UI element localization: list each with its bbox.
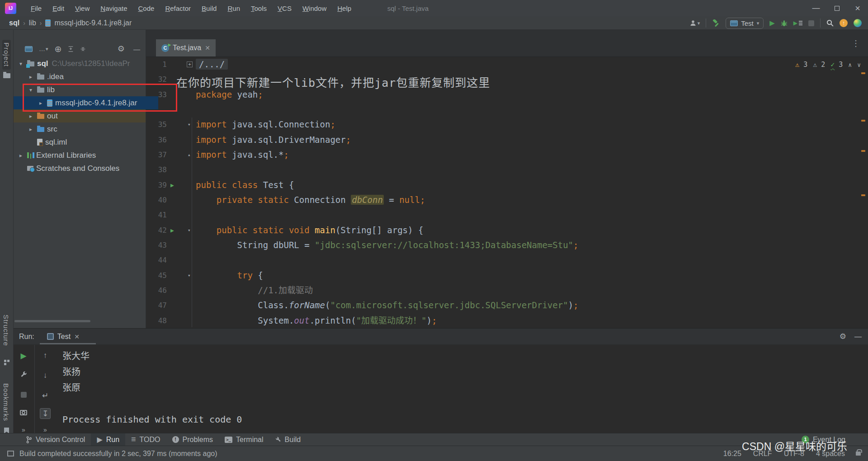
tree-row-out[interactable]: ▸out [14, 109, 146, 122]
chevron-right-icon[interactable]: ▸ [17, 152, 24, 159]
run-line-icon[interactable]: ▶ [170, 223, 174, 238]
chevron-right-icon[interactable]: ▸ [37, 100, 44, 106]
fold-start-icon[interactable]: ▾ [188, 268, 191, 283]
breadcrumb-separator-icon: › [40, 19, 42, 27]
run-with-coverage-button[interactable]: ▶ [793, 20, 802, 26]
project-view-icon[interactable] [25, 46, 33, 52]
ide-window: IJ FileEditViewNavigateCodeRefactorBuild… [0, 0, 868, 461]
menu-file[interactable]: File [26, 5, 46, 12]
stop-button[interactable] [15, 392, 32, 398]
hide-panel-icon[interactable]: — [854, 333, 862, 341]
toolwindow-button-terminal[interactable]: >_Terminal [219, 433, 269, 446]
code-area[interactable]: ⚠ 3 ⚠ 2 ✓ 3 ∧ ∨ 在你的项目下新建一个lib文件，并把jar包重新… [146, 57, 868, 328]
status-item-16-25[interactable]: 16:25 [723, 450, 741, 458]
soft-wrap-icon[interactable]: ↵ [37, 391, 53, 400]
debug-button[interactable] [781, 20, 788, 27]
tree-row-src[interactable]: ▸src [14, 122, 146, 136]
tree-row-external-libraries[interactable]: ▸External Libraries [14, 149, 146, 162]
toolwindow-button-build[interactable]: Build [269, 433, 307, 446]
gear-icon[interactable]: ⚙ [118, 44, 125, 54]
fold-start-icon[interactable]: ▾ [188, 223, 191, 238]
search-everywhere-icon[interactable] [826, 19, 834, 27]
menu-code[interactable]: Code [134, 5, 159, 12]
edit-configuration-icon[interactable] [15, 371, 32, 378]
menu-navigate[interactable]: Navigate [96, 5, 132, 12]
collapse-all-icon[interactable] [80, 46, 86, 52]
horizontal-scrollbar[interactable] [14, 320, 90, 322]
menu-run[interactable]: Run [223, 5, 245, 12]
folder-icon[interactable] [3, 73, 10, 78]
menu-tools[interactable]: Tools [246, 5, 271, 12]
tree-row-scratches-and-consoles[interactable]: Scratches and Consoles [14, 162, 146, 175]
tab-options-icon[interactable]: ⋮ [852, 38, 860, 48]
run-line-icon[interactable]: ▶ [170, 178, 174, 193]
expand-all-icon[interactable] [68, 46, 74, 52]
tree-row-lib[interactable]: ▾lib [14, 83, 146, 96]
chevron-right-icon[interactable]: ▸ [27, 113, 34, 119]
up-stack-trace-icon[interactable]: ↑ [37, 351, 53, 360]
hide-panel-icon[interactable]: — [133, 45, 140, 53]
more-actions-icon[interactable]: » [15, 426, 32, 433]
stripe-tab-bookmarks[interactable]: Bookmarks [2, 383, 10, 421]
fold-expand-icon[interactable]: + [187, 61, 193, 67]
status-message[interactable]: Build completed successfully in 2 sec, 3… [19, 450, 217, 458]
menu-mnemonic: W [302, 5, 309, 12]
toolwindow-button-todo[interactable]: ≡TODO [125, 433, 166, 446]
menu-refactor[interactable]: Refactor [160, 5, 195, 12]
squares-icon[interactable] [4, 360, 6, 362]
menu-vcs[interactable]: VCS [273, 5, 296, 12]
screenshot-icon[interactable] [15, 410, 32, 415]
fold-end-icon[interactable]: ▴ [188, 147, 191, 162]
more-actions-icon[interactable]: » [37, 426, 53, 433]
tree-row-sql-iml[interactable]: sql.iml [14, 136, 146, 149]
fold-start-icon[interactable]: ▾ [188, 117, 191, 132]
menu-build[interactable]: Build [197, 5, 221, 12]
run-button[interactable]: ▶ [769, 19, 775, 27]
lock-icon[interactable] [856, 452, 861, 456]
console-output[interactable]: 张大华张扬张原 Process finished with exit code … [62, 348, 242, 428]
build-hammer-icon[interactable] [712, 19, 720, 27]
line-number: 43 [146, 238, 167, 253]
tab-test-java[interactable]: C Test.java ✕ [156, 39, 216, 56]
locate-file-icon[interactable]: ⊕ [55, 44, 62, 54]
rerun-button[interactable]: ▶ [15, 351, 32, 361]
scroll-to-end-icon[interactable]: ↧ [40, 408, 51, 419]
down-stack-trace-icon[interactable]: ↓ [37, 371, 53, 380]
menu-mnemonic: R [165, 5, 170, 12]
stripe-tab-structure[interactable]: Structure [2, 315, 10, 346]
chevron-right-icon[interactable]: ▸ [27, 126, 34, 132]
toolwindow-button-run[interactable]: ▶Run [91, 433, 125, 446]
stripe-tab-project[interactable]: Project [2, 40, 11, 70]
stop-button[interactable] [808, 20, 814, 26]
chevron-right-icon[interactable]: ▸ [27, 74, 34, 80]
tree-row-mssql-jdbc-9-4-1-jre8-jar[interactable]: ▸mssql-jdbc-9.4.1.jre8.jar [14, 96, 158, 109]
run-tab-test[interactable]: Test ✕ [47, 333, 80, 341]
menu-view[interactable]: View [71, 5, 94, 12]
gear-icon[interactable]: ⚙ [840, 332, 846, 341]
chevron-down-icon[interactable]: ▾ [17, 61, 24, 67]
toolwindow-button-problems[interactable]: !Problems [166, 433, 219, 446]
tree-row-idea[interactable]: ▸.idea [14, 70, 146, 83]
breadcrumb-item-sql[interactable]: sql [9, 19, 19, 27]
tab-label: Test.java [173, 44, 201, 52]
close-icon[interactable]: ✕ [205, 44, 210, 52]
toolwindow-label: Build [285, 436, 301, 444]
breadcrumb-item-mssql-jdbc-9-4-1-jre8-jar[interactable]: mssql-jdbc-9.4.1.jre8.jar [54, 19, 132, 27]
gradient-sphere-icon[interactable] [854, 19, 862, 27]
toolwindow-button-version-control[interactable]: Version Control [20, 433, 91, 446]
close-icon[interactable]: ✕ [74, 333, 80, 340]
view-options-dropdown[interactable]: …▾ [39, 45, 48, 52]
restore-button[interactable] [826, 0, 847, 16]
chevron-down-icon[interactable]: ▾ [27, 87, 34, 93]
minimize-button[interactable]: — [806, 0, 826, 16]
tree-row-sql[interactable]: ▾sqlC:\Users\12851\IdeaPr [14, 57, 146, 70]
menu-edit[interactable]: Edit [48, 5, 69, 12]
menu-window[interactable]: Window [298, 5, 331, 12]
folder-icon [37, 88, 44, 93]
breadcrumb-item-lib[interactable]: lib [29, 19, 36, 27]
run-configuration-select[interactable]: Test ▾ [726, 18, 764, 29]
update-icon[interactable]: ↑ [840, 19, 848, 27]
user-icon[interactable]: ▾ [690, 20, 700, 26]
menu-help[interactable]: Help [333, 5, 356, 12]
close-button[interactable]: × [847, 0, 868, 16]
